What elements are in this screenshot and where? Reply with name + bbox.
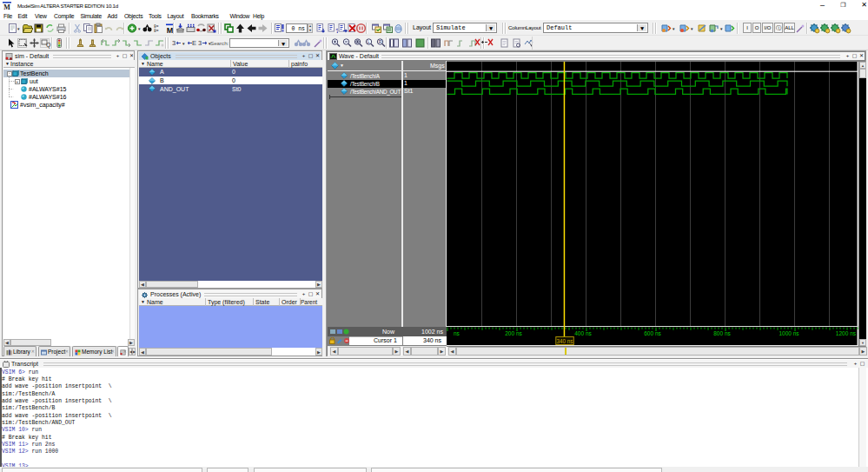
svg-text:400 ns: 400 ns bbox=[574, 330, 592, 336]
svg-text:1200 ns: 1200 ns bbox=[836, 330, 857, 336]
svg-text:8=: 8= bbox=[154, 29, 159, 33]
svg-text:200 ns: 200 ns bbox=[505, 330, 522, 336]
svg-text:M: M bbox=[3, 3, 10, 10]
svg-text:3: 3 bbox=[198, 39, 202, 47]
svg-text:600 ns: 600 ns bbox=[644, 330, 661, 336]
svg-text:800 ns: 800 ns bbox=[713, 330, 731, 336]
svg-text:E: E bbox=[192, 39, 196, 47]
svg-text:ns: ns bbox=[454, 330, 461, 336]
svg-text:340 ns: 340 ns bbox=[557, 338, 573, 344]
svg-text:3: 3 bbox=[172, 39, 176, 47]
svg-text:1000 ns: 1000 ns bbox=[779, 330, 799, 336]
svg-text:L: L bbox=[368, 39, 370, 44]
svg-text:R: R bbox=[379, 39, 382, 44]
